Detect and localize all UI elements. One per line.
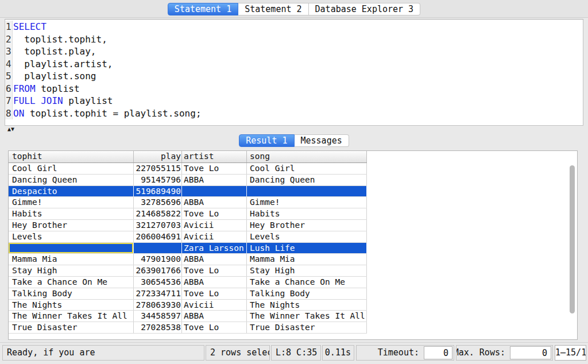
splitter-collapse-expand-icons[interactable]: ▲▼ <box>7 126 14 132</box>
table-cell-song[interactable]: Cool Girl <box>247 163 367 174</box>
table-cell-tophit[interactable]: Take a Chance On Me <box>9 277 134 288</box>
table-cell-tophit[interactable]: Cool Girl <box>9 163 134 174</box>
table-cell-play[interactable]: 32785696 <box>134 197 182 208</box>
table-cell-artist[interactable]: Tove Lo <box>182 288 247 299</box>
table-cell-artist[interactable]: Avicii <box>182 300 247 311</box>
table-cell-artist[interactable]: ABBA <box>182 175 247 185</box>
table-cell-play[interactable]: 214685822 <box>134 208 182 219</box>
sql-keyword: ON <box>13 108 24 119</box>
table-cell-song[interactable]: Lush Life <box>247 243 367 254</box>
table-row[interactable]: Take a Chance On Me30654536ABBATake a Ch… <box>9 277 367 288</box>
table-cell-play[interactable]: 321270703 <box>134 220 182 231</box>
table-cell-artist[interactable]: Tove Lo <box>182 208 247 219</box>
result-grid: tophitplayartistsong Cool Girl227055115T… <box>8 150 578 340</box>
table-cell-play[interactable]: 30654536 <box>134 277 182 288</box>
table-cell-tophit[interactable]: Gimme! <box>9 197 134 208</box>
tab-messages[interactable]: Messages <box>295 134 349 147</box>
table-cell-song[interactable]: Stay High <box>247 265 367 276</box>
table-cell-song[interactable]: Levels <box>247 231 367 242</box>
table-cell-play[interactable]: 47901900 <box>134 254 182 265</box>
table-row[interactable]: The Nights278063930AviciiThe Nights <box>9 300 367 311</box>
sql-text: toplist <box>36 83 80 94</box>
table-cell-artist[interactable]: ABBA <box>182 197 247 208</box>
table-cell-play[interactable]: 206004691 <box>134 231 182 242</box>
table-cell-tophit[interactable]: Dancing Queen <box>9 175 134 185</box>
table-cell-artist[interactable]: Zara Larsson <box>182 243 247 254</box>
table-cell-play[interactable]: 227055115 <box>134 163 182 174</box>
table-row[interactable]: Despacito519689490 <box>9 186 367 198</box>
table-cell-song[interactable]: Dancing Queen <box>247 175 367 185</box>
column-header-play[interactable]: play <box>134 151 182 162</box>
sql-editor[interactable]: 1SELECT2 toplist.tophit,3 toplist.play,4… <box>5 19 583 126</box>
tab-database-explorer-3[interactable]: Database Explorer 3 <box>309 3 421 16</box>
table-cell-song[interactable]: Gimme! <box>247 197 367 208</box>
table-cell-play[interactable] <box>134 243 182 254</box>
line-number: 8 <box>5 107 13 120</box>
table-cell-artist[interactable]: Tove Lo <box>182 265 247 276</box>
table-cell-tophit[interactable] <box>9 243 134 254</box>
table-cell-tophit[interactable]: Levels <box>9 231 134 242</box>
table-cell-song[interactable]: Hey Brother <box>247 220 367 231</box>
table-cell-tophit[interactable]: Mamma Mia <box>9 254 134 265</box>
editor-line: 1SELECT <box>5 21 583 33</box>
table-cell-artist[interactable]: Tove Lo <box>182 163 247 174</box>
column-header-artist[interactable]: artist <box>182 151 247 162</box>
table-row[interactable]: Cool Girl227055115Tove LoCool Girl <box>9 163 367 175</box>
table-cell-artist[interactable]: ABBA <box>182 254 247 265</box>
table-cell-tophit[interactable]: Despacito <box>9 186 134 197</box>
table-cell-play[interactable]: 27028538 <box>134 322 182 333</box>
timeout-input[interactable] <box>424 346 452 359</box>
table-row[interactable]: Hey Brother321270703AviciiHey Brother <box>9 220 367 231</box>
table-cell-play[interactable]: 272334711 <box>134 288 182 299</box>
table-cell-play[interactable]: 263901766 <box>134 265 182 276</box>
table-row[interactable]: Dancing Queen95145796ABBADancing Queen <box>9 175 367 186</box>
execution-time-indicator: 0.11s <box>322 345 354 361</box>
table-cell-tophit[interactable]: Hey Brother <box>9 220 134 231</box>
column-header-tophit[interactable]: tophit <box>9 151 134 162</box>
table-cell-play[interactable]: 95145796 <box>134 175 182 185</box>
vertical-scrollbar-thumb[interactable] <box>570 165 575 313</box>
table-cell-tophit[interactable]: Habits <box>9 208 134 219</box>
table-cell-song[interactable]: Habits <box>247 208 367 219</box>
table-cell-artist[interactable] <box>182 186 247 197</box>
table-cell-artist[interactable]: ABBA <box>182 277 247 288</box>
table-row[interactable]: Habits214685822Tove LoHabits <box>9 208 367 220</box>
tab-result-1[interactable]: Result 1 <box>239 134 294 147</box>
table-cell-song[interactable] <box>247 186 367 197</box>
table-cell-song[interactable]: Mamma Mia <box>247 254 367 265</box>
table-cell-artist[interactable]: ABBA <box>182 311 247 322</box>
table-cell-song[interactable]: The Nights <box>247 300 367 311</box>
tab-statement-2[interactable]: Statement 2 <box>238 3 308 16</box>
table-cell-tophit[interactable]: Stay High <box>9 265 134 276</box>
table-cell-play[interactable]: 34458597 <box>134 311 182 322</box>
table-cell-song[interactable]: Take a Chance On Me <box>247 277 367 288</box>
table-cell-song[interactable]: The Winner Takes It All <box>247 311 367 322</box>
table-row[interactable]: Gimme!32785696ABBAGimme! <box>9 197 367 208</box>
table-row[interactable]: Levels206004691AviciiLevels <box>9 231 367 243</box>
table-row[interactable]: The Winner Takes It All34458597ABBAThe W… <box>9 311 367 322</box>
table-cell-tophit[interactable]: Talking Body <box>9 288 134 299</box>
table-row[interactable]: Zara LarssonLush Life <box>9 243 367 254</box>
table-cell-tophit[interactable]: The Winner Takes It All <box>9 311 134 322</box>
table-cell-play[interactable]: 278063930 <box>134 300 182 311</box>
table-cell-play[interactable]: 519689490 <box>134 186 182 197</box>
table-cell-song[interactable]: True Disaster <box>247 322 367 333</box>
column-header-song[interactable]: song <box>247 151 367 162</box>
result-grid-body: Cool Girl227055115Tove LoCool GirlDancin… <box>9 163 577 334</box>
table-row[interactable]: Talking Body272334711Tove LoTalking Body <box>9 288 367 300</box>
editor-code-text: playlist.artist, <box>13 58 113 71</box>
table-row[interactable]: True Disaster27028538Tove LoTrue Disaste… <box>9 322 367 334</box>
editor-result-splitter[interactable]: ▲▼ <box>5 126 583 134</box>
table-row[interactable]: Stay High263901766Tove LoStay High <box>9 265 367 277</box>
table-cell-artist[interactable]: Avicii <box>182 220 247 231</box>
table-cell-artist[interactable]: Tove Lo <box>182 322 247 333</box>
table-cell-tophit[interactable]: The Nights <box>9 300 134 311</box>
table-cell-tophit[interactable]: True Disaster <box>9 322 134 333</box>
sql-text: toplist.tophit, <box>13 34 107 45</box>
table-row[interactable]: Mamma Mia47901900ABBAMamma Mia <box>9 254 367 265</box>
editor-code-text: playlist.song <box>13 70 96 83</box>
table-cell-artist[interactable]: Avicii <box>182 231 247 242</box>
table-cell-song[interactable]: Talking Body <box>247 288 367 299</box>
tab-statement-1[interactable]: Statement 1 <box>168 3 238 16</box>
max-rows-input[interactable] <box>510 346 551 359</box>
